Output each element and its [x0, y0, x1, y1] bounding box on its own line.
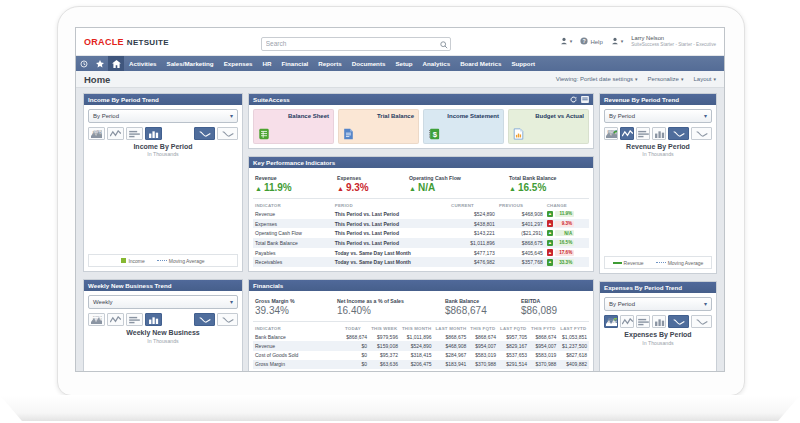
- help-button[interactable]: ? Help: [580, 37, 602, 46]
- value-cell[interactable]: $979,596: [369, 332, 400, 341]
- period-link[interactable]: This Period vs. Last Period: [333, 209, 449, 219]
- nav-item-sales-marketing[interactable]: Sales/Marketing: [162, 56, 219, 71]
- value-cell[interactable]: $583,019: [529, 351, 558, 360]
- portlet-header[interactable]: Financials: [249, 280, 593, 291]
- value-cell[interactable]: 39.34%: [400, 369, 434, 372]
- tile-balance-sheet[interactable]: Balance Sheet: [253, 109, 334, 144]
- column-chart-type-icon[interactable]: [145, 127, 162, 140]
- value-cell[interactable]: $868,674: [529, 332, 558, 341]
- portlet-header[interactable]: Key Performance Indicators: [249, 157, 593, 168]
- column-chart-type-icon[interactable]: [652, 315, 666, 328]
- roles-menu[interactable]: ▾: [560, 37, 573, 46]
- line-chart-type-icon[interactable]: [620, 127, 634, 140]
- value-cell[interactable]: $409,882: [558, 360, 589, 369]
- line-chart-type-icon[interactable]: [620, 315, 634, 328]
- value-cell[interactable]: $318,415: [400, 351, 434, 360]
- period-link[interactable]: This Period vs. Last Period: [333, 238, 449, 248]
- previous-value[interactable]: $405,645: [497, 248, 545, 258]
- recent-records-icon[interactable]: [76, 56, 92, 71]
- period-link[interactable]: Today vs. Same Day Last Month: [333, 257, 449, 267]
- value-cell[interactable]: $1,011,896: [400, 332, 434, 341]
- trend-primary-icon[interactable]: [194, 313, 215, 326]
- nav-item-support[interactable]: Support: [506, 56, 540, 71]
- current-value[interactable]: $438,801: [449, 219, 497, 229]
- trend-secondary-icon[interactable]: [691, 315, 712, 328]
- area-chart-type-icon[interactable]: 0.00K200.00K400.00K600.00KMay '17Sep '17…: [88, 127, 105, 140]
- value-cell[interactable]: $95,372: [369, 351, 400, 360]
- period-type-dropdown[interactable]: Weekly ▾: [88, 295, 238, 309]
- value-cell[interactable]: 35.16%: [498, 369, 529, 372]
- value-cell[interactable]: $829,167: [498, 341, 529, 350]
- nav-item-hr[interactable]: HR: [258, 56, 277, 71]
- value-cell[interactable]: $957,705: [498, 332, 529, 341]
- value-cell[interactable]: $284,967: [433, 351, 468, 360]
- user-menu[interactable]: ▾: [611, 37, 624, 46]
- list-view-icon[interactable]: [126, 127, 143, 140]
- nav-item-board-metrics[interactable]: Board Metrics: [455, 56, 506, 71]
- value-cell[interactable]: $183,941: [433, 360, 468, 369]
- tile-budget-vs-actual[interactable]: Budget vs Actual: [508, 109, 589, 144]
- line-chart-type-icon[interactable]: [107, 313, 124, 326]
- value-cell[interactable]: $868,674: [343, 332, 369, 341]
- column-chart-type-icon[interactable]: [652, 127, 666, 140]
- area-chart-type-icon[interactable]: 150.00K200.00K: [88, 313, 105, 326]
- nav-item-setup[interactable]: Setup: [390, 56, 417, 71]
- portlet-header[interactable]: Revenue By Period Trend: [600, 94, 716, 105]
- refresh-icon[interactable]: [570, 96, 577, 104]
- current-value[interactable]: $143,221: [449, 228, 497, 238]
- home-icon[interactable]: [108, 56, 124, 71]
- value-cell[interactable]: $868,675: [433, 332, 468, 341]
- previous-value[interactable]: $401,297: [497, 219, 545, 229]
- current-value[interactable]: $524,890: [449, 209, 497, 219]
- subheader-link-viewing-portlet-date-settings[interactable]: Viewing: Portlet date settings▾: [556, 76, 638, 82]
- trend-secondary-icon[interactable]: [217, 313, 238, 326]
- nav-item-activities[interactable]: Activities: [124, 56, 162, 71]
- value-cell[interactable]: $159,008: [369, 341, 400, 350]
- period-type-dropdown[interactable]: By Period ▾: [88, 109, 238, 123]
- value-cell[interactable]: $954,007: [529, 341, 558, 350]
- nav-item-analytics[interactable]: Analytics: [418, 56, 456, 71]
- trend-secondary-icon[interactable]: [217, 127, 238, 140]
- current-value[interactable]: $1,011,896: [449, 238, 497, 248]
- value-cell[interactable]: $1,237,500: [558, 341, 589, 350]
- trend-secondary-icon[interactable]: [691, 127, 712, 140]
- period-type-dropdown[interactable]: By Period ▾: [604, 109, 712, 123]
- previous-value[interactable]: $468,908: [497, 209, 545, 219]
- trend-primary-icon[interactable]: [668, 315, 689, 328]
- trend-primary-icon[interactable]: [668, 127, 689, 140]
- value-cell[interactable]: $868,674: [468, 332, 498, 341]
- value-cell[interactable]: $537,653: [498, 351, 529, 360]
- value-cell[interactable]: $0: [343, 341, 369, 350]
- previous-value[interactable]: $357,768: [497, 257, 545, 267]
- value-cell[interactable]: 33.12%: [558, 369, 589, 372]
- portlet-menu-icon[interactable]: [581, 96, 589, 104]
- search-icon[interactable]: [440, 35, 448, 53]
- value-cell[interactable]: $524,890: [400, 341, 434, 350]
- value-cell[interactable]: $0: [343, 351, 369, 360]
- tile-income-statement[interactable]: Income Statement$: [423, 109, 504, 144]
- period-link[interactable]: This Period vs. Last Period: [333, 219, 449, 229]
- period-type-dropdown[interactable]: By Period ▾: [604, 297, 712, 311]
- portlet-header[interactable]: Weekly New Business Trend: [84, 280, 242, 291]
- value-cell[interactable]: $63,636: [369, 360, 400, 369]
- list-view-icon[interactable]: [636, 315, 650, 328]
- nav-item-expenses[interactable]: Expenses: [219, 56, 258, 71]
- shortcuts-star-icon[interactable]: [92, 56, 108, 71]
- value-cell[interactable]: $0: [343, 360, 369, 369]
- subheader-link-layout[interactable]: Layout▾: [693, 76, 716, 82]
- value-cell[interactable]: $468,908: [433, 341, 468, 350]
- value-cell[interactable]: N/A: [343, 369, 369, 372]
- line-chart-type-icon[interactable]: [107, 127, 124, 140]
- area-chart-type-icon[interactable]: 400.00K450.00K500.00K550.00KMay '17Sep '…: [604, 127, 618, 140]
- list-view-icon[interactable]: [636, 127, 650, 140]
- value-cell[interactable]: $370,988: [468, 360, 498, 369]
- tile-trial-balance[interactable]: Trial Balance: [338, 109, 419, 144]
- value-cell[interactable]: 40.02%: [369, 369, 400, 372]
- value-cell[interactable]: 38.89%: [529, 369, 558, 372]
- nav-item-reports[interactable]: Reports: [313, 56, 346, 71]
- value-cell[interactable]: $954,007: [468, 341, 498, 350]
- current-value[interactable]: $477,173: [449, 248, 497, 258]
- column-chart-type-icon[interactable]: [145, 313, 162, 326]
- nav-item-financial[interactable]: Financial: [276, 56, 313, 71]
- portlet-header[interactable]: Income By Period Trend: [84, 94, 242, 105]
